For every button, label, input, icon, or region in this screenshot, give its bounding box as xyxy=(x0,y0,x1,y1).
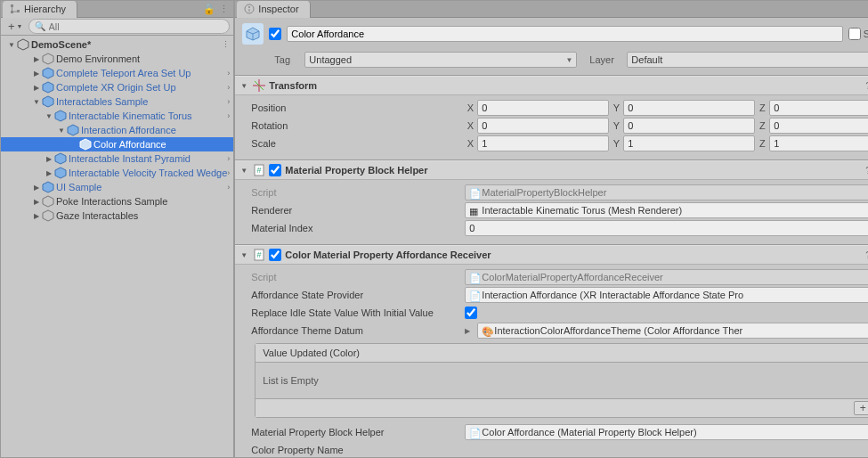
svg-marker-12 xyxy=(55,168,66,178)
chevron-right-icon[interactable]: › xyxy=(227,154,230,163)
hierarchy-tab[interactable]: Hierarchy xyxy=(3,1,77,18)
svg-marker-7 xyxy=(43,96,53,107)
inspector-tabbar: Inspector 🔒 ⋮ xyxy=(235,1,868,18)
material-index-input[interactable] xyxy=(465,220,868,236)
foldout-icon[interactable]: ▼ xyxy=(240,167,249,175)
active-toggle[interactable] xyxy=(269,28,281,40)
scene-menu-icon[interactable]: ⋮ xyxy=(222,40,230,49)
mpbh-ref-label: Material Property Block Helper xyxy=(240,427,465,438)
foldout-icon[interactable]: ▶ xyxy=(31,53,42,64)
tree-item[interactable]: ▼ Interactables Sample › xyxy=(1,94,233,109)
tree-item[interactable]: ▶ UI Sample › xyxy=(1,180,233,194)
svg-marker-10 xyxy=(80,139,91,150)
hierarchy-panel: Hierarchy 🔒 ⋮ + ▼ 🔍 ▼ DemoScene* xyxy=(0,0,234,458)
rotation-label: Rotation xyxy=(240,120,465,131)
chevron-right-icon[interactable]: › xyxy=(227,168,230,177)
tree-item[interactable]: ▶ Demo Environment xyxy=(1,52,233,66)
tree-item[interactable]: ▼ Interactable Kinematic Torus › xyxy=(1,109,233,123)
inspector-icon xyxy=(244,4,255,14)
gameobject-icon-picker[interactable] xyxy=(242,23,264,45)
search-input[interactable] xyxy=(49,21,224,32)
foldout-icon[interactable]: ▶ xyxy=(44,153,54,164)
component-header[interactable]: ▼ # Material Property Block Helper ? ⎚ ⋮ xyxy=(235,160,868,180)
rotation-y-input[interactable] xyxy=(623,118,755,134)
rotation-x-input[interactable] xyxy=(477,118,609,134)
unity-event-box: Value Updated (Color) List is Empty + − xyxy=(255,343,868,418)
static-toggle[interactable]: Static ▼ xyxy=(848,28,868,40)
prefab-icon xyxy=(67,124,79,136)
tree-item[interactable]: ▶ Complete Teleport Area Set Up › xyxy=(1,66,233,80)
panel-lock-icon[interactable]: 🔒 xyxy=(203,4,215,15)
layer-dropdown[interactable]: Default ▼ xyxy=(627,52,868,68)
event-add-button[interactable]: + xyxy=(854,401,868,415)
svg-text:#: # xyxy=(257,166,262,175)
tree-item-selected[interactable]: Color Affordance xyxy=(1,137,233,151)
foldout-icon[interactable]: ▶ xyxy=(31,68,42,78)
chevron-right-icon[interactable]: › xyxy=(227,183,230,192)
scale-x-input[interactable] xyxy=(477,135,609,151)
position-z-input[interactable] xyxy=(769,100,868,116)
chevron-right-icon[interactable]: › xyxy=(227,83,230,92)
create-dropdown[interactable]: + ▼ xyxy=(4,20,27,33)
foldout-icon[interactable]: ▼ xyxy=(6,39,17,50)
mpbh-ref-field[interactable]: 📄 Color Affordance (Material Property Bl… xyxy=(465,424,868,440)
script-asset-icon: 📄 xyxy=(469,428,478,437)
tree-item[interactable]: ▶ Interactable Velocity Tracked Wedge › xyxy=(1,166,233,180)
foldout-icon[interactable]: ▼ xyxy=(240,251,249,259)
scale-y-input[interactable] xyxy=(623,135,755,151)
component-enable-toggle[interactable] xyxy=(269,249,281,261)
position-y-input[interactable] xyxy=(623,100,755,116)
foldout-icon[interactable]: ▼ xyxy=(44,110,54,121)
static-checkbox[interactable] xyxy=(848,28,861,40)
rotation-z-input[interactable] xyxy=(769,118,868,134)
foldout-icon[interactable]: ▼ xyxy=(56,125,67,135)
tree-item[interactable]: ▶ Poke Interactions Sample xyxy=(1,194,233,209)
gameobject-icon xyxy=(42,195,54,208)
gameobject-name-input[interactable] xyxy=(287,26,842,42)
tree-item[interactable]: ▶ Interactable Instant Pyramid › xyxy=(1,151,233,166)
panel-menu-icon[interactable]: ⋮ xyxy=(217,4,230,15)
scale-z-input[interactable] xyxy=(769,135,868,151)
provider-field[interactable]: 📄 Interaction Affordance (XR Interactabl… xyxy=(465,287,868,303)
foldout-icon[interactable]: ▶ xyxy=(31,82,42,93)
chevron-right-icon[interactable]: › xyxy=(227,97,230,106)
component-title: Material Property Block Helper xyxy=(285,165,862,176)
svg-marker-13 xyxy=(43,182,53,192)
component-header[interactable]: ▼ # Color Material Property Affordance R… xyxy=(235,245,868,265)
tree-item[interactable]: ▶ Complete XR Origin Set Up › xyxy=(1,80,233,94)
chevron-right-icon[interactable]: › xyxy=(227,69,230,78)
renderer-field[interactable]: ▦ Interactable Kinematic Torus (Mesh Ren… xyxy=(465,202,868,218)
svg-marker-3 xyxy=(18,39,28,50)
tag-dropdown[interactable]: Untagged ▼ xyxy=(304,52,577,68)
renderer-label: Renderer xyxy=(240,205,465,216)
scale-label: Scale xyxy=(240,138,465,149)
hierarchy-search[interactable]: 🔍 xyxy=(28,19,231,34)
script-icon: # xyxy=(253,164,265,176)
foldout-spacer xyxy=(69,139,79,150)
tree-item[interactable]: ▶ Gaze Interactables xyxy=(1,209,233,223)
foldout-icon[interactable]: ▼ xyxy=(240,82,249,90)
layer-label: Layer xyxy=(589,54,621,65)
hierarchy-toolbar: + ▼ 🔍 xyxy=(1,18,233,36)
inspector-tab[interactable]: Inspector xyxy=(237,1,310,18)
scene-icon xyxy=(17,38,29,51)
position-label: Position xyxy=(240,102,465,113)
foldout-icon[interactable]: ▶ xyxy=(31,210,42,221)
foldout-icon[interactable]: ▶ xyxy=(44,168,54,178)
foldout-icon[interactable]: ▶ xyxy=(31,196,42,207)
replace-idle-toggle[interactable] xyxy=(465,307,477,319)
position-x-input[interactable] xyxy=(477,100,609,116)
gameobject-header: Static ▼ xyxy=(235,18,868,50)
scene-node[interactable]: ▼ DemoScene* ⋮ xyxy=(1,37,233,52)
foldout-icon[interactable]: ▶ xyxy=(465,327,475,335)
component-header[interactable]: ▼ Transform ? ⎚ ⋮ xyxy=(235,76,868,95)
svg-marker-8 xyxy=(55,110,66,121)
chevron-right-icon[interactable]: › xyxy=(227,111,230,120)
script-icon: # xyxy=(253,249,265,261)
tree-item[interactable]: ▼ Interaction Affordance xyxy=(1,123,233,137)
component-enable-toggle[interactable] xyxy=(269,164,281,176)
static-label: Static xyxy=(864,29,868,39)
theme-field[interactable]: 🎨 InteractionColorAffordanceTheme (Color… xyxy=(477,323,868,339)
foldout-icon[interactable]: ▼ xyxy=(31,96,42,107)
foldout-icon[interactable]: ▶ xyxy=(31,182,42,192)
